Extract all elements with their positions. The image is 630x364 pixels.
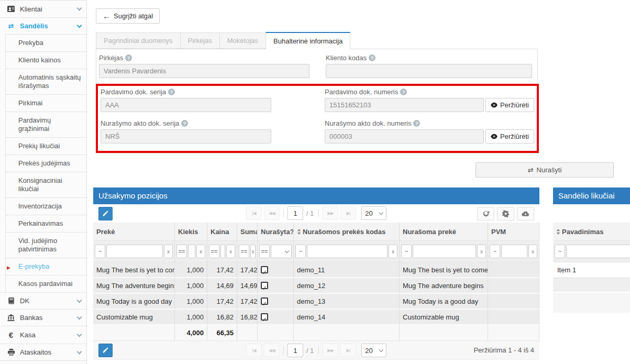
sort-icon	[297, 229, 301, 235]
export-download-button[interactable]	[517, 207, 534, 220]
tab-moketojas[interactable]: Mokėtojas	[219, 32, 266, 49]
filter-clear-button[interactable]: x	[528, 245, 537, 258]
filter-clear-button[interactable]: x	[164, 245, 173, 258]
checked-checkbox-icon[interactable]	[261, 266, 268, 273]
checked-checkbox-icon[interactable]	[261, 282, 268, 289]
sidebar-item-ataskaitos[interactable]: Ataskaitos	[0, 344, 86, 360]
filter-op-contains[interactable]: ~	[295, 245, 306, 258]
pagination-next-button[interactable]: ▶▶	[323, 206, 338, 220]
tab-buhalterine-informacija[interactable]: Buhalterinė informacija	[266, 32, 350, 49]
filter-input-kiekis[interactable]	[188, 245, 195, 258]
page-number-input[interactable]	[288, 344, 303, 357]
page-number-input[interactable]	[288, 206, 303, 220]
sidebar-item-personalas[interactable]: Personalas	[0, 360, 86, 364]
pagination-first-button[interactable]: |◀	[246, 344, 262, 357]
filter-input-pavadinimas[interactable]	[566, 245, 630, 258]
pagination-last-button[interactable]: ▶|	[340, 206, 356, 220]
filter-input-preke[interactable]	[106, 245, 163, 258]
pirkejas-input[interactable]	[99, 64, 310, 78]
table-row[interactable]: Mug The adventure begins 1,000 14,69 14,…	[93, 278, 539, 294]
sidebar-item-vid-judejimo-patvirtinimas[interactable]: Vid. judėjimo patvirtinimas	[6, 232, 86, 258]
pagination-prev-button[interactable]: ◀◀	[264, 344, 280, 357]
nurasyti-label: Nurašyti	[537, 166, 562, 174]
page-size-select[interactable]: 20	[361, 206, 386, 220]
filter-clear-button[interactable]: x	[477, 245, 486, 258]
filter-input-kaina[interactable]	[220, 245, 225, 258]
filter-op-equals[interactable]: ==	[239, 245, 249, 258]
cloud-download-icon	[522, 211, 529, 217]
column-header-nurasoma-preke[interactable]: Nurašoma prekė	[400, 223, 488, 241]
sidebar-item-kasa[interactable]: € Kasa	[0, 326, 86, 344]
filter-op-equals[interactable]: ==	[176, 245, 187, 258]
edit-button[interactable]	[98, 344, 113, 357]
kliento-kodas-input[interactable]	[326, 64, 532, 78]
filter-op-contains[interactable]: ~	[95, 245, 105, 258]
back-button[interactable]: ← Sugrįžti atgal	[96, 8, 160, 24]
sidebar-item-prekes-judejimas[interactable]: Prekės judėjimas	[6, 155, 86, 172]
nurasymo-numeris-input[interactable]	[325, 129, 484, 144]
pagination-next-button[interactable]: ▶▶	[323, 344, 338, 357]
checked-checkbox-icon[interactable]	[261, 313, 268, 321]
sidebar-item-perkainavimas[interactable]: Perkainavimas	[6, 215, 86, 232]
table-row[interactable]: Customizable mug 1,000 16,82 16,82 demo_…	[93, 310, 539, 325]
column-header-pvm[interactable]: PVM	[488, 223, 539, 241]
filter-clear-button[interactable]: x	[389, 245, 397, 258]
refresh-button[interactable]	[477, 207, 494, 220]
filter-input-kodas[interactable]	[307, 245, 388, 258]
edit-button[interactable]	[98, 207, 113, 220]
filter-op-contains[interactable]: ~	[555, 245, 565, 258]
stock-row[interactable]: Item 1	[553, 262, 630, 278]
sidebar-item-kasos-pardavimai[interactable]: Kasos pardavimai	[6, 275, 86, 292]
column-header-suma[interactable]: Suma	[237, 223, 258, 241]
filter-op-equals[interactable]: ==	[259, 245, 270, 258]
sidebar-item-dk[interactable]: DK	[0, 292, 86, 309]
sidebar-item-bankas[interactable]: Bankas	[0, 309, 86, 326]
filter-op-contains[interactable]: ~	[401, 245, 412, 258]
checked-checkbox-icon[interactable]	[261, 297, 268, 305]
sidebar-item-inventorizacija[interactable]: Inventorizacija	[6, 197, 86, 215]
nurasymo-serija-input[interactable]	[101, 129, 271, 144]
pagination-prev-button[interactable]: ◀◀	[264, 206, 280, 220]
settings-button[interactable]	[497, 207, 514, 220]
pagination-first-button[interactable]: |◀	[246, 206, 262, 220]
table-row[interactable]: Mug The best is yet to come 1,000 17,42 …	[93, 262, 539, 278]
pagination-divider	[283, 209, 284, 217]
column-header-preke[interactable]: Prekė	[93, 223, 175, 241]
sidebar-item-automatinis-saskaitu-israsymas[interactable]: Automatinis sąskaitų išrašymas	[6, 69, 86, 94]
sidebar-item-pardavimu-grazinimai[interactable]: Pardavimų grąžinimai	[6, 112, 86, 137]
column-header-nurasomos-prekes-kodas[interactable]: Nurašomos prekės kodas	[294, 223, 400, 241]
total-kaina: 66,35	[207, 325, 237, 341]
nurasyti-button[interactable]: ⇄ Nurašyti	[476, 162, 614, 178]
sidebar-item-prekiu-likuciai[interactable]: Prekių likučiai	[6, 137, 86, 155]
pencil-icon	[102, 347, 109, 354]
pardavimo-serija-input[interactable]	[101, 98, 271, 112]
filter-input-pvm[interactable]	[501, 245, 527, 258]
perziureti-pardavimo-button[interactable]: Peržiūrėti	[485, 98, 534, 112]
sidebar-item-pirkimai[interactable]: Pirkimai	[6, 94, 86, 112]
column-header-kaina[interactable]: Kaina	[207, 223, 237, 241]
pagination-last-button[interactable]: ▶|	[340, 344, 356, 357]
sidebar-item-konsignaciniai-likuciai[interactable]: Konsignaciniai likučiai	[6, 172, 86, 197]
filter-op-equals[interactable]: ==	[209, 245, 219, 258]
perziureti-nurasymo-button[interactable]: Peržiūrėti	[485, 129, 534, 144]
sidebar-item-klientai[interactable]: Klientai	[0, 1, 86, 17]
page-size-select[interactable]: 20	[361, 344, 386, 357]
column-header-kiekis[interactable]: Kiekis	[175, 223, 207, 241]
column-header-pavadinimas[interactable]: Pavadinimas	[553, 223, 630, 241]
sidebar-item-kliento-kainos[interactable]: Kliento kainos	[6, 51, 86, 69]
table-row[interactable]: Mug Today is a good day 1,000 17,42 17,4…	[93, 294, 539, 310]
filter-clear-button[interactable]: x	[226, 245, 235, 258]
column-header-nurasyta[interactable]: Nurašyta?	[258, 223, 294, 241]
sidebar-item-prekyba[interactable]: Prekyba	[6, 34, 86, 51]
sidebar-item-label: Pirkimai	[18, 99, 42, 107]
sidebar-item-e-prekyba[interactable]: ▶ E-prekyba	[6, 258, 86, 275]
sidebar-item-sandelis[interactable]: ⇄ Sandėlis	[0, 17, 86, 34]
filter-input-nurasoma[interactable]	[413, 245, 476, 258]
filter-select-nurasyta[interactable]	[271, 245, 292, 258]
pardavimo-numeris-input[interactable]	[325, 98, 484, 112]
filter-op-contains[interactable]: ~	[490, 245, 500, 258]
tab-pagrindiniai-duomenys[interactable]: Pagrindiniai duomenys	[96, 32, 181, 49]
tab-pirkejas[interactable]: Pirkėjas	[180, 32, 220, 49]
filter-clear-button[interactable]: x	[196, 245, 205, 258]
filter-clear-button[interactable]: x	[250, 245, 256, 258]
